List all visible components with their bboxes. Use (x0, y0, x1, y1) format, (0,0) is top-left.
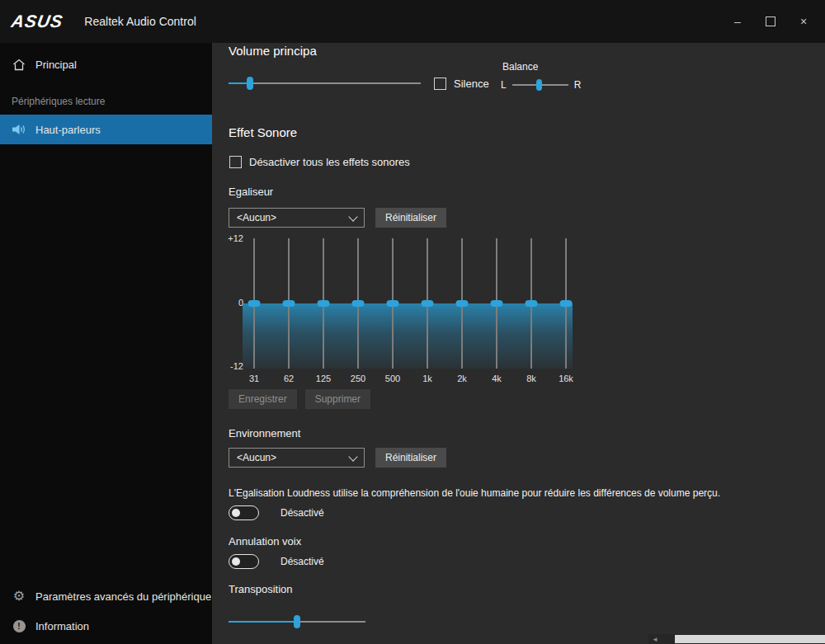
loudness-toggle[interactable] (229, 505, 259, 520)
sidebar-section-label: Périphériques lecture (12, 96, 212, 107)
maximize-button[interactable] (754, 0, 787, 43)
eq-slider-handle[interactable] (560, 300, 573, 307)
environment-preset-row: <Aucun> Réinitialiser (229, 448, 446, 468)
equalizer-label: Egaliseur (229, 186, 273, 198)
equalizer-preset-dropdown[interactable]: <Aucun> (229, 208, 365, 228)
eq-band-label: 8k (526, 374, 536, 383)
main-content: Volume principa Silence Balance L R Effe… (212, 43, 825, 644)
dropdown-value: <Aucun> (237, 212, 276, 223)
sidebar-item-label: Haut-parleurs (35, 124, 101, 136)
effects-section-title: Effet Sonore (229, 125, 297, 139)
equalizer-reset-button[interactable]: Réinitialiser (375, 208, 446, 228)
voice-state-label: Désactivé (280, 556, 324, 567)
equalizer-bands: 31621252505001k2k4k8k16k (248, 238, 573, 369)
environment-reset-button[interactable]: Réinitialiser (375, 448, 446, 468)
eq-band-label: 125 (316, 374, 331, 383)
slider-fill (229, 621, 297, 623)
slider-thumb[interactable] (536, 79, 542, 91)
sidebar-item-principal[interactable]: Principal (0, 49, 212, 79)
eq-scale-mid: 0 (212, 298, 243, 308)
eq-band-label: 62 (284, 374, 294, 383)
eq-band-label: 500 (385, 374, 400, 383)
gear-icon: ⚙ (12, 590, 26, 603)
close-button[interactable]: × (787, 0, 820, 43)
sidebar-item-label: Information (35, 620, 89, 632)
sidebar-item-haut-parleurs[interactable]: Haut-parleurs (0, 115, 212, 144)
eq-slider-handle[interactable] (283, 300, 295, 307)
home-icon (12, 59, 26, 71)
eq-band-1k[interactable]: 1k (421, 238, 434, 369)
slider-thumb[interactable] (294, 615, 300, 628)
loudness-description: L'Egalisation Loudness utilise la compré… (229, 487, 790, 499)
eq-scale-bottom: -12 (212, 361, 243, 371)
environment-label: Environnement (229, 427, 300, 440)
equalizer-preset-row: <Aucun> Réinitialiser (229, 208, 446, 228)
sidebar-item-label: Principal (35, 59, 77, 71)
equalizer-actions: Enregistrer Supprimer (229, 389, 370, 409)
voice-toggle-row: Désactivé (229, 554, 324, 569)
toggle-knob (232, 509, 240, 517)
silence-checkbox[interactable]: Silence (434, 78, 489, 90)
eq-slider-handle[interactable] (456, 300, 469, 307)
balance-left-label: L (501, 79, 507, 91)
info-icon: ! (12, 620, 26, 632)
eq-slider-handle[interactable] (526, 300, 538, 307)
asus-logo: ASUS (10, 12, 65, 31)
eq-band-16k[interactable]: 16k (559, 238, 573, 369)
checkbox-box[interactable] (434, 78, 446, 90)
eq-band-62[interactable]: 62 (282, 238, 295, 369)
slider-thumb[interactable] (247, 77, 253, 90)
horizontal-scrollbar[interactable]: ◄ (648, 634, 825, 644)
balance-right-label: R (574, 79, 582, 91)
eq-band-125[interactable]: 125 (317, 238, 330, 369)
eq-band-2k[interactable]: 2k (455, 238, 469, 369)
sidebar-item-information[interactable]: ! Information (0, 611, 212, 641)
eq-band-label: 16k (559, 374, 573, 383)
disable-all-effects-label: Désactiver tous les effets sonores (249, 156, 410, 168)
environment-preset-dropdown[interactable]: <Aucun> (229, 448, 365, 468)
scrollbar-thumb[interactable] (675, 635, 825, 643)
eq-slider-handle[interactable] (352, 300, 365, 307)
voice-cancellation-toggle[interactable] (229, 554, 259, 569)
eq-band-250[interactable]: 250 (351, 238, 365, 369)
eq-slider-handle[interactable] (318, 300, 330, 307)
eq-slider-handle[interactable] (248, 300, 261, 307)
slider-track[interactable] (229, 82, 421, 84)
balance-slider[interactable] (512, 78, 568, 92)
voice-cancellation-label: Annulation voix (229, 535, 301, 548)
sidebar-item-label: Paramètres avancés du périphérique (35, 590, 211, 603)
eq-band-4k[interactable]: 4k (490, 238, 503, 369)
eq-band-label: 1k (422, 374, 432, 383)
chevron-down-icon (348, 452, 357, 461)
eq-band-8k[interactable]: 8k (525, 238, 538, 369)
transposition-slider[interactable] (229, 615, 365, 628)
eq-slider-handle[interactable] (387, 300, 399, 307)
window-title: Realtek Audio Control (84, 15, 196, 28)
loudness-toggle-row: Désactivé (229, 505, 324, 520)
silence-label: Silence (454, 78, 489, 90)
eq-slider-handle[interactable] (422, 300, 434, 307)
toggle-knob (232, 557, 240, 566)
eq-scale-top: +12 (212, 233, 243, 243)
loudness-state-label: Désactivé (280, 507, 324, 519)
speaker-icon (12, 124, 26, 135)
eq-band-31[interactable]: 31 (248, 238, 261, 369)
eq-band-label: 31 (249, 374, 259, 383)
window-controls: – × (721, 0, 825, 43)
eq-band-500[interactable]: 500 (386, 238, 399, 369)
maximize-icon (766, 16, 776, 26)
dropdown-value: <Aucun> (237, 452, 276, 463)
volume-slider[interactable] (229, 77, 421, 90)
checkbox-box[interactable] (229, 156, 242, 168)
delete-preset-button[interactable]: Supprimer (305, 389, 370, 409)
save-preset-button[interactable]: Enregistrer (229, 389, 297, 409)
scroll-left-arrow-icon[interactable]: ◄ (648, 636, 662, 643)
sidebar: Principal Périphériques lecture Haut-par… (0, 43, 212, 644)
disable-all-effects-checkbox[interactable]: Désactiver tous les effets sonores (229, 156, 410, 168)
sidebar-footer: ⚙ Paramètres avancés du périphérique ! I… (0, 581, 212, 641)
eq-band-label: 4k (492, 374, 502, 383)
eq-slider-handle[interactable] (491, 300, 503, 307)
eq-band-label: 250 (351, 374, 365, 383)
sidebar-item-advanced-settings[interactable]: ⚙ Paramètres avancés du périphérique (0, 581, 212, 611)
minimize-button[interactable]: – (721, 0, 754, 43)
